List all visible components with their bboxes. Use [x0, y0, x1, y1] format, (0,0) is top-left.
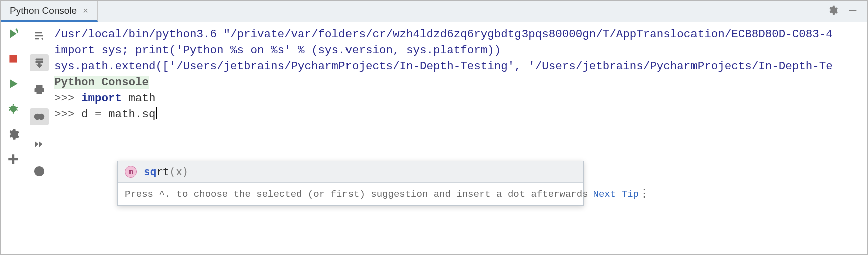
tab-label: Python Console [10, 5, 77, 16]
minimize-icon[interactable] [847, 5, 858, 18]
left-toolbar [1, 22, 26, 254]
gear-icon[interactable] [827, 5, 838, 18]
console-toolbar [26, 22, 52, 254]
console-line: sys.path.extend(['/Users/jetbrains/Pycha… [54, 58, 867, 74]
add-icon[interactable] [7, 153, 20, 168]
autocomplete-item[interactable]: m sqrt(x) [118, 161, 583, 182]
console-output[interactable]: /usr/local/bin/python3.6 "/private/var/f… [52, 22, 867, 254]
run-icon[interactable] [7, 77, 20, 92]
autocomplete-match: sq [144, 164, 156, 180]
close-icon[interactable]: × [83, 6, 88, 15]
tab-bar: Python Console × [1, 1, 867, 22]
autocomplete-tip: Press ^. to choose the selected (or firs… [118, 182, 583, 205]
debug-icon[interactable] [7, 102, 20, 117]
svg-rect-4 [8, 158, 18, 160]
console-input-line[interactable]: >>> d = math.sq [54, 106, 867, 122]
svg-point-2 [10, 106, 17, 112]
history-back-icon[interactable] [30, 136, 49, 153]
autocomplete-rest: rt [156, 164, 169, 180]
stop-icon[interactable] [7, 52, 20, 67]
tip-text: Press ^. to choose the selected (or firs… [125, 186, 588, 202]
tab-python-console[interactable]: Python Console × [1, 1, 98, 22]
scroll-to-end-icon[interactable] [30, 54, 49, 71]
autocomplete-popup: m sqrt(x) Press ^. to choose the selecte… [117, 161, 584, 206]
soft-wrap-icon[interactable] [30, 27, 49, 44]
settings-icon[interactable] [7, 128, 20, 143]
rerun-icon[interactable] [7, 27, 20, 42]
svg-rect-0 [849, 10, 857, 11]
autocomplete-params: (x) [169, 164, 189, 180]
more-icon[interactable]: ⋮ [639, 186, 651, 202]
svg-point-6 [39, 114, 44, 119]
history-icon[interactable] [30, 163, 49, 180]
console-line: import sys; print('Python %s on %s' % (s… [54, 42, 867, 58]
next-tip-link[interactable]: Next Tip [593, 186, 639, 202]
console-line: /usr/local/bin/python3.6 "/private/var/f… [54, 26, 867, 42]
console-title: Python Console [54, 74, 867, 90]
method-badge-icon: m [125, 166, 137, 178]
console-line: >>> import math [54, 90, 867, 106]
text-cursor [156, 107, 157, 119]
show-vars-icon[interactable] [30, 108, 49, 125]
svg-rect-1 [9, 55, 17, 62]
print-icon[interactable] [30, 81, 49, 98]
